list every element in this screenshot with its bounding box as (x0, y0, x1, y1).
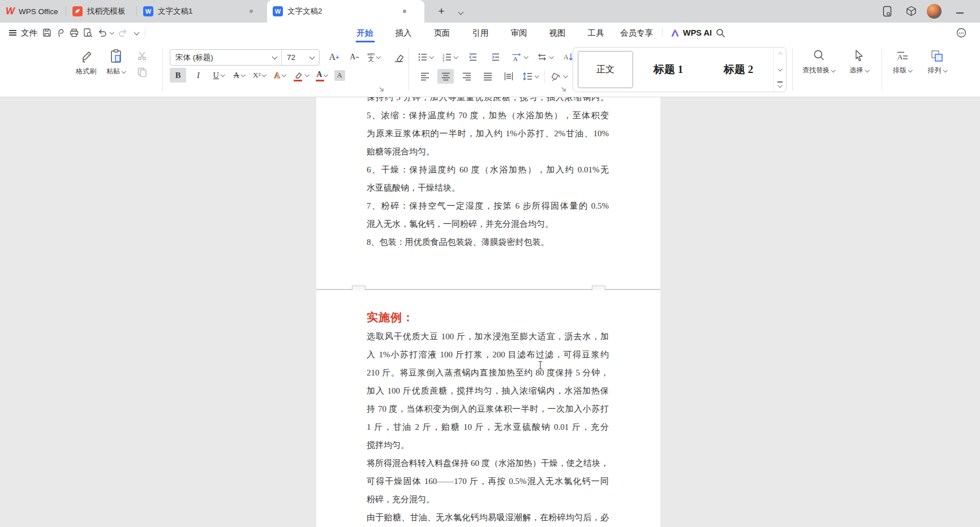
gallery-down-icon[interactable] (778, 67, 783, 71)
undo-chevron-icon[interactable] (108, 27, 114, 39)
decrease-indent-button[interactable] (465, 50, 481, 64)
line-spacing-button[interactable] (521, 69, 540, 84)
decrease-font-button[interactable]: A− (346, 50, 363, 64)
underline-button[interactable]: U (210, 68, 227, 83)
typeset-button[interactable]: A 排版 (889, 47, 915, 76)
doc-line[interactable]: 粉碎，充分混匀。 (367, 490, 609, 508)
highlight-color-button[interactable] (292, 68, 310, 83)
menu-item-home[interactable]: 开始 (357, 23, 373, 43)
font-name-select[interactable]: 宋体 (标题) 72 (170, 49, 320, 66)
style-gallery: 正文 标题 1 标题 2 (573, 47, 786, 92)
char-shading-button[interactable]: A (334, 70, 345, 81)
menu-item-tools[interactable]: 工具 (588, 23, 604, 43)
doc-line[interactable]: 可得干燥固体 160——170 斤，再按 0.5%混入无水氯化钙一同 (367, 472, 609, 490)
find-replace-button[interactable]: 查找替换 (799, 47, 839, 76)
style-heading-1[interactable]: 标题 1 (633, 62, 703, 77)
mobile-view-icon[interactable] (880, 5, 894, 18)
doc-line[interactable]: 8、包装：用优质食品包装袋、薄膜袋密封包装。 (367, 233, 609, 251)
two-way-convert-button[interactable] (535, 50, 555, 64)
doc-line[interactable]: 210 斤。将豆浆倒入蒸煮锅内直接加热至约 80 度保持 5 分钟， (367, 364, 609, 382)
doc-line[interactable]: 为原来豆浆体积的一半时，加入约 1%小苏打、2%甘油、10% (367, 124, 609, 142)
text-direction-button[interactable]: A (510, 50, 529, 64)
style-normal[interactable]: 正文 (578, 51, 633, 88)
save-icon[interactable] (41, 27, 53, 39)
menu-item-insert[interactable]: 插入 (396, 23, 412, 43)
menu-item-review[interactable]: 审阅 (511, 23, 527, 43)
print-preview-icon[interactable] (81, 27, 94, 39)
menu-item-page[interactable]: 页面 (434, 23, 450, 43)
increase-indent-button[interactable] (487, 50, 504, 64)
bold-button[interactable]: B (170, 68, 186, 83)
select-button[interactable]: 选择 (846, 47, 872, 76)
tab-document-2[interactable]: W 文字文稿2 (267, 0, 424, 23)
menu-item-membership[interactable]: 会员专享 (620, 23, 653, 43)
doc-line[interactable]: 水亚硫酸钠，干燥结块。 (367, 179, 609, 197)
arrange-button[interactable]: 排列 (925, 47, 951, 76)
redo-icon[interactable] (117, 27, 129, 39)
tab-wps-home[interactable]: W WPS Office (0, 0, 65, 23)
quickbar-expand-icon[interactable] (131, 27, 139, 39)
tab-list-chevron-icon[interactable] (453, 6, 466, 19)
doc-line[interactable]: 入 1%小苏打溶液 100 斤打浆，200 目滤布过滤，可得豆浆约 (367, 345, 609, 364)
doc-line[interactable]: 混入无水，氯化钙，一同粉碎，并充分混合均匀。 (367, 215, 609, 233)
align-center-button[interactable] (437, 69, 454, 84)
numbered-list-button[interactable]: 123 (441, 50, 459, 64)
cloud-more-icon[interactable] (955, 27, 968, 39)
print-icon[interactable] (68, 27, 80, 39)
doc-line[interactable]: 选取风干优质大豆 100 斤，加水浸泡至膨大适宜，沥去水，加 (367, 327, 609, 345)
tab-document-1[interactable]: W 文字文稿1 (137, 0, 265, 23)
paragraph-dialog-launcher-icon[interactable] (560, 86, 567, 93)
clear-format-button[interactable] (390, 50, 407, 64)
doc-line[interactable]: 加入 100 斤优质蔗糖，搅拌均匀，抽入浓缩锅内，水浴加热保 (367, 382, 609, 400)
menu-item-wps-ai[interactable]: WPS AI (670, 23, 712, 43)
doc-line[interactable]: 搅拌均匀。 (367, 436, 609, 454)
doc-line[interactable]: 持 70 度，当体积变为倒入的豆浆体积一半时，一次加入小苏打 (367, 400, 609, 418)
doc-line[interactable]: 1 斤，甘油 2 斤，贻糖 10 斤，无水亚硫酸钠 0.01 斤，充分 (367, 418, 609, 436)
strikethrough-button[interactable]: A (231, 68, 247, 83)
pinyin-guide-button[interactable]: wén文 (366, 50, 382, 64)
paste-button[interactable]: 粘贴 (103, 47, 129, 77)
text-effect-button[interactable]: A (272, 68, 288, 83)
align-left-button[interactable] (416, 69, 433, 84)
style-heading-2[interactable]: 标题 2 (703, 62, 773, 77)
search-icon[interactable] (714, 27, 727, 39)
page-2-text[interactable]: 实施例： 选取风干优质大豆 100 斤，加水浸泡至膨大适宜，沥去水，加 入 1%… (367, 308, 609, 526)
doc-line[interactable]: 5、浓缩：保持温度约 70 度，加热（水浴加热），至体积变 (367, 106, 609, 124)
minimize-icon[interactable] (953, 6, 966, 20)
italic-button[interactable]: I (190, 68, 207, 83)
font-dialog-launcher-icon[interactable] (378, 86, 385, 93)
format-painter-button[interactable]: 格式刷 (72, 47, 100, 77)
font-color-button[interactable]: A (314, 68, 330, 83)
doc-heading[interactable]: 实施例： (367, 308, 609, 327)
increase-font-button[interactable]: A+ (326, 50, 342, 64)
gallery-up-icon[interactable] (777, 52, 782, 57)
workspace-cube-icon[interactable] (904, 5, 918, 18)
align-right-button[interactable] (458, 69, 475, 84)
tab-template-store[interactable]: 找稻壳模板 (67, 0, 136, 23)
font-size-select[interactable]: 72 (282, 53, 319, 62)
export-icon[interactable] (54, 27, 67, 39)
copy-icon[interactable] (137, 67, 147, 77)
shading-button[interactable] (549, 69, 569, 84)
avatar[interactable] (927, 4, 942, 19)
file-menu-button[interactable]: 文件 (9, 23, 37, 43)
doc-line[interactable]: 6、干燥：保持温度约 60 度（水浴加热），加入约 0.01%无 (367, 161, 609, 179)
document-canvas[interactable]: 保持约 5 分钟，加入等重量优质蔗糖，搅匀，抽入浓缩锅内。 5、浓缩：保持温度约… (0, 97, 980, 527)
justify-button[interactable] (479, 69, 496, 84)
doc-line[interactable]: 保持约 5 分钟，加入等重量优质蔗糖，搅匀，抽入浓缩锅内。 (367, 97, 609, 106)
group-divider (882, 48, 882, 91)
menu-item-view[interactable]: 视图 (549, 23, 566, 43)
cut-icon[interactable] (137, 51, 147, 61)
superscript-button[interactable]: X² (251, 68, 268, 83)
doc-line[interactable]: 将所得混合料转入料盘保持 60 度（水浴加热）干燥，使之结块， (367, 454, 609, 472)
distribute-button[interactable] (500, 69, 517, 84)
gallery-more-icon[interactable] (777, 81, 783, 87)
doc-line[interactable]: 贻糖等混合均匀。 (367, 142, 609, 161)
menu-item-reference[interactable]: 引用 (472, 23, 489, 43)
undo-icon[interactable] (96, 27, 109, 39)
bullet-list-button[interactable] (416, 50, 435, 64)
doc-line[interactable]: 7、粉碎：保持空气一定湿度，按第 6 步所得固体量的 0.5% (367, 197, 609, 215)
page-1-text[interactable]: 保持约 5 分钟，加入等重量优质蔗糖，搅匀，抽入浓缩锅内。 5、浓缩：保持温度约… (367, 97, 609, 251)
new-tab-button[interactable]: + (435, 5, 448, 18)
doc-line[interactable]: 由于贻糖、甘油、无水氯化钙均易吸湿潮解，在粉碎均匀后，必 (367, 508, 609, 526)
